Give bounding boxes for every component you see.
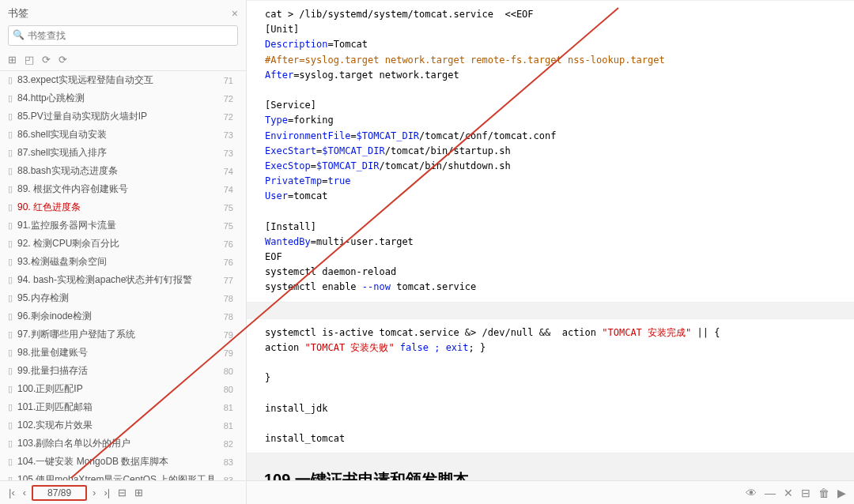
code-block-2: systemctl is-active tomcat.service &> /d…: [247, 318, 854, 454]
zoom-in-icon[interactable]: ⊞: [132, 487, 145, 498]
bookmark-label: 102.实现布片效果: [17, 419, 93, 432]
bookmark-page: 72: [224, 94, 233, 103]
bookmark-icon: ▯: [8, 329, 13, 340]
bookmark-label: 89. 根据文件内容创建账号: [17, 182, 128, 196]
bookmark-item-102[interactable]: ▯102.实现布片效果81: [0, 416, 246, 434]
bookmark-item-91[interactable]: ▯91.监控服务器网卡流量75: [0, 216, 246, 235]
bookmark-page: 76: [224, 258, 233, 267]
bookmark-page: 78: [224, 294, 233, 303]
tool-icon-1[interactable]: —: [765, 487, 776, 499]
bookmark-label: 94. bash-实现检测apache状态并钉钉报警: [17, 273, 192, 287]
bookmark-label: 98.批量创建账号: [17, 346, 88, 359]
bookmark-icon: ▯: [8, 220, 13, 231]
bookmark-icon: ▯: [8, 111, 13, 122]
bookmark-item-83[interactable]: ▯83.expect实现远程登陆自动交互71: [0, 71, 246, 89]
bookmark-label: 83.expect实现远程登陆自动交互: [17, 73, 153, 87]
bookmark-item-93[interactable]: ▯93.检测磁盘剩余空间76: [0, 253, 246, 271]
play-icon[interactable]: ▶: [837, 487, 846, 499]
bookmark-page: 73: [224, 149, 233, 158]
bookmark-page: 75: [224, 203, 233, 213]
bookmark-icon: ▯: [8, 438, 13, 449]
bookmark-label: 96.剩余inode检测: [17, 310, 92, 323]
tab-icon-1[interactable]: ⊞: [8, 54, 17, 66]
bookmark-icon: ▯: [8, 275, 13, 285]
bookmark-item-103[interactable]: ▯103.剔除白名单以外的用户82: [0, 434, 246, 453]
page-nav-bar: |‹ ‹ 87/89 › ›| ⊟ ⊞: [0, 480, 246, 504]
bookmark-list[interactable]: ▯83.expect实现远程登陆自动交互71▯84.http心跳检测72▯85.…: [0, 71, 246, 480]
bookmark-icon: ▯: [8, 166, 13, 176]
bookmark-item-87[interactable]: ▯87.shell实现插入排序73: [0, 144, 246, 162]
bookmark-page: 75: [224, 221, 233, 231]
bookmark-label: 103.剔除白名单以外的用户: [17, 437, 130, 450]
bookmark-page: 79: [224, 330, 233, 340]
bookmark-icon: ▯: [8, 239, 13, 249]
tool-icon-2[interactable]: ✕: [784, 487, 793, 499]
zoom-out-icon[interactable]: ⊟: [115, 487, 129, 498]
tool-icon-4[interactable]: 🗑: [818, 487, 829, 499]
bookmark-icon: ▯: [8, 257, 13, 267]
bookmark-label: 87.shell实现插入排序: [17, 146, 107, 160]
bookmark-item-90[interactable]: ▯90. 红色进度条75: [0, 198, 246, 216]
bookmark-item-89[interactable]: ▯89. 根据文件内容创建账号74: [0, 180, 246, 198]
bookmark-icon: ▯: [8, 130, 13, 140]
tab-icon-2[interactable]: ◰: [25, 54, 34, 66]
bookmark-label: 90. 红色进度条: [17, 201, 81, 214]
bookmark-item-104[interactable]: ▯104.一键安装 MongoDB 数据库脚本83: [0, 453, 246, 471]
document-page: cat > /lib/systemd/system/tomcat.service…: [247, 0, 854, 480]
bookmark-item-99[interactable]: ▯99.批量扫描存活80: [0, 362, 246, 380]
bookmark-page: 72: [224, 112, 233, 122]
bookmark-label: 101.正则匹配邮箱: [17, 401, 93, 414]
sidebar-header: 书签 × 🔍: [0, 0, 246, 49]
bookmark-item-101[interactable]: ▯101.正则匹配邮箱81: [0, 398, 246, 416]
close-icon[interactable]: ×: [232, 7, 238, 20]
bookmark-item-98[interactable]: ▯98.批量创建账号79: [0, 344, 246, 362]
bookmark-item-94[interactable]: ▯94. bash-实现检测apache状态并钉钉报警77: [0, 271, 246, 289]
bookmark-page: 81: [224, 403, 233, 412]
bookmark-page: 79: [224, 348, 233, 358]
bookmark-item-86[interactable]: ▯86.shell实现自动安装73: [0, 126, 246, 144]
bookmark-item-84[interactable]: ▯84.http心跳检测72: [0, 89, 246, 107]
bookmark-page: 77: [224, 276, 233, 285]
bookmark-label: 92. 检测CPU剩余百分比: [17, 237, 119, 250]
bookmark-item-88[interactable]: ▯88.bash实现动态进度条74: [0, 162, 246, 180]
bookmark-label: 100.正则匹配IP: [17, 382, 83, 396]
bookmark-icon: ▯: [8, 75, 13, 85]
nav-prev-icon[interactable]: ‹: [21, 487, 28, 498]
bookmark-label: 93.检测磁盘剩余空间: [17, 255, 107, 269]
bookmark-item-105[interactable]: ▯105.使用mobaXtrem显示CentOS 上的图形工具83: [0, 471, 246, 480]
bookmark-icon: ▯: [8, 311, 13, 322]
nav-next-icon[interactable]: ›: [90, 487, 98, 498]
view-icon[interactable]: 👁: [746, 487, 757, 499]
document-viewport[interactable]: cat > /lib/systemd/system/tomcat.service…: [247, 0, 854, 480]
bookmark-icon: ▯: [8, 184, 13, 194]
bookmark-icon: ▯: [8, 457, 13, 467]
nav-first-icon[interactable]: |‹: [6, 487, 17, 498]
bookmark-label: 86.shell实现自动安装: [17, 128, 107, 141]
tab-icon-3[interactable]: ⟳: [42, 54, 51, 66]
bottom-right-toolbar: 👁 — ✕ ⊟ 🗑 ▶: [247, 480, 854, 504]
sidebar-title: 书签: [8, 6, 28, 21]
bookmark-item-95[interactable]: ▯95.内存检测78: [0, 289, 246, 307]
bookmark-page: 74: [224, 185, 233, 194]
bookmark-page: 81: [224, 421, 233, 431]
bookmark-label: 97.判断哪些用户登陆了系统: [17, 328, 135, 341]
bookmark-icon: ▯: [8, 402, 13, 412]
bookmark-search-input[interactable]: [8, 25, 238, 46]
bookmark-sidebar: 书签 × 🔍 ⊞ ◰ ⟳ ⟳ ▯83.expect实现远程登陆自动交互71▯84…: [0, 0, 247, 504]
page-indicator[interactable]: 87/89: [32, 485, 87, 501]
bookmark-page: 83: [224, 476, 233, 481]
bookmark-page: 80: [224, 385, 233, 394]
nav-last-icon[interactable]: ›|: [101, 487, 112, 498]
tool-icon-3[interactable]: ⊟: [801, 487, 811, 499]
bookmark-label: 91.监控服务器网卡流量: [17, 219, 116, 232]
bookmark-item-96[interactable]: ▯96.剩余inode检测78: [0, 307, 246, 325]
bookmark-item-85[interactable]: ▯85.PV过量自动实现防火墙封IP72: [0, 107, 246, 126]
bookmark-item-92[interactable]: ▯92. 检测CPU剩余百分比76: [0, 235, 246, 253]
bookmark-page: 76: [224, 239, 233, 249]
bookmark-item-97[interactable]: ▯97.判断哪些用户登陆了系统79: [0, 325, 246, 344]
tab-icon-4[interactable]: ⟳: [59, 54, 67, 66]
bookmark-page: 74: [224, 167, 233, 176]
bookmark-page: 78: [224, 312, 233, 322]
bookmark-page: 80: [224, 367, 233, 376]
bookmark-item-100[interactable]: ▯100.正则匹配IP80: [0, 380, 246, 398]
